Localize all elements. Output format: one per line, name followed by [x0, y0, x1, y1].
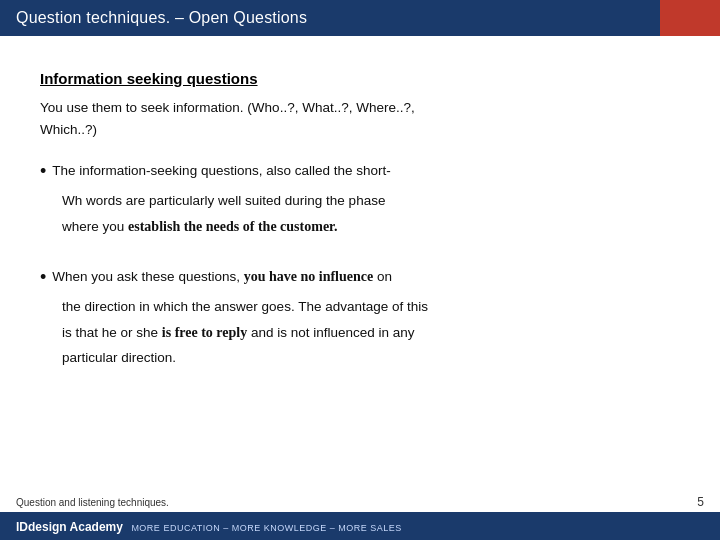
bullet-section-2: • When you ask these questions, you have…	[40, 266, 680, 369]
bullet-dot-1: •	[40, 160, 46, 183]
footer-brand-bold: IDdesign Academy	[16, 520, 123, 534]
intro-line-2: Which..?)	[40, 122, 97, 137]
indent-text-2: where you establish the needs of the cus…	[40, 215, 680, 239]
footer-brand: IDdesign Academy MORE EDUCATION – MORE K…	[16, 517, 402, 535]
footer-page-number: 5	[697, 495, 704, 509]
bullet2-prefix: When you ask these questions,	[52, 269, 243, 284]
bullet2-bold: you have no influence	[244, 269, 374, 284]
footer-bar: IDdesign Academy MORE EDUCATION – MORE K…	[0, 512, 720, 540]
intro-paragraph: You use them to seek information. (Who..…	[40, 97, 680, 140]
main-content: Information seeking questions You use th…	[0, 36, 720, 370]
bullet-item-1: • The information-seeking questions, als…	[40, 160, 680, 183]
indent-2-prefix: where you	[62, 219, 128, 234]
footer-tagline: MORE EDUCATION – MORE KNOWLEDGE – MORE S…	[131, 523, 401, 533]
indent-2-bold: establish the needs of the customer.	[128, 219, 337, 234]
indent-4-suffix: and is not influenced in any	[247, 325, 414, 340]
bullet-text-2: When you ask these questions, you have n…	[52, 266, 392, 288]
indent-4-prefix: is that he or she	[62, 325, 162, 340]
bullet-section-1: • The information-seeking questions, als…	[40, 160, 680, 238]
footer-caption-row: Question and listening techniques. 5	[0, 492, 720, 512]
bullet-text-1: The information-seeking questions, also …	[52, 160, 390, 182]
indent-text-3: the direction in which the answer goes. …	[40, 296, 680, 319]
indent-4-bold: is free to reply	[162, 325, 247, 340]
header-bar: Question techniques. – Open Questions	[0, 0, 720, 36]
header-accent	[660, 0, 720, 36]
indent-text-1: Wh words are particularly well suited du…	[40, 190, 680, 213]
section-heading: Information seeking questions	[40, 70, 680, 87]
header-title: Question techniques. – Open Questions	[16, 9, 307, 27]
indent-text-4: is that he or she is free to reply and i…	[40, 321, 680, 345]
bullet-item-2: • When you ask these questions, you have…	[40, 266, 680, 289]
bullet-dot-2: •	[40, 266, 46, 289]
footer-caption: Question and listening techniques.	[16, 497, 169, 508]
intro-line-1: You use them to seek information. (Who..…	[40, 100, 415, 115]
indent-text-5: particular direction.	[40, 347, 680, 370]
bullet2-suffix: on	[373, 269, 392, 284]
